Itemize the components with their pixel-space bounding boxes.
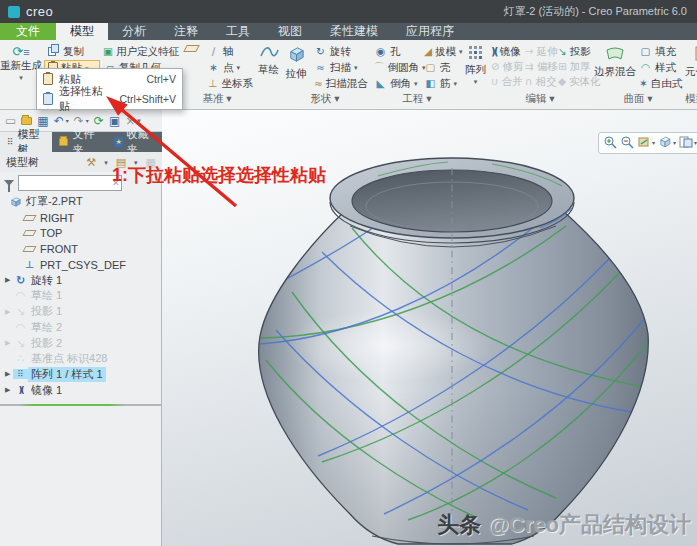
mirror-button[interactable]: )(镜像	[488, 44, 522, 59]
zoom-out-icon[interactable]	[620, 135, 634, 151]
project-button[interactable]: ↘投影	[555, 44, 592, 59]
toolbar-more-icon[interactable]: ▾	[137, 117, 141, 124]
regenerate-quick-icon[interactable]: ⟳	[94, 115, 104, 127]
refit-icon[interactable]	[637, 135, 651, 151]
tab-applications[interactable]: 应用程序	[392, 23, 468, 40]
revolve-icon: ↻	[13, 274, 28, 287]
redo-icon[interactable]: ↷	[74, 115, 84, 127]
undo-icon[interactable]: ↶	[54, 115, 64, 127]
thicken-button[interactable]: ⊞加厚	[555, 59, 592, 74]
datum-csys-button[interactable]: ⊥ 坐标系	[204, 76, 256, 91]
watermark-source: 头条	[437, 512, 481, 537]
tree-item-datum-point[interactable]: ∴ 基准点 标识428	[0, 351, 162, 367]
tab-annotate[interactable]: 注释	[160, 23, 212, 40]
save-icon[interactable]: ▦	[37, 115, 48, 127]
expand-arrow-icon[interactable]: ▶	[0, 370, 13, 378]
swept-blend-button[interactable]: ≈ 扫描混合	[311, 76, 369, 91]
boundary-blend-button[interactable]: 边界混合	[594, 44, 636, 79]
copy-button[interactable]: 复制	[44, 44, 100, 59]
tree-item-project[interactable]: ▶ ↘ 投影 1	[0, 304, 162, 320]
intersect-icon: ∩	[525, 76, 533, 87]
mirror-icon: )(	[13, 385, 28, 395]
surfaces-group-label[interactable]: 曲面 ▾	[594, 92, 682, 109]
extend-button[interactable]: →延伸	[522, 44, 555, 59]
merge-icon: ∪	[491, 76, 499, 87]
expand-arrow-icon[interactable]: ▶	[0, 386, 13, 394]
regenerate-icon: ⟳	[12, 44, 23, 59]
shapes-group-label[interactable]: 形状 ▾	[281, 92, 369, 109]
rib-button[interactable]: ◧ 筋 ▾	[421, 76, 463, 91]
project-icon: ↘	[13, 305, 28, 318]
tab-flexible-modeling[interactable]: 柔性建模	[316, 23, 392, 40]
datum-group-label[interactable]: 基准 ▾	[178, 92, 256, 109]
intersect-button[interactable]: ∩相交	[522, 74, 555, 89]
extrude-button[interactable]: 拉伸	[281, 44, 311, 81]
saved-views-icon[interactable]	[679, 135, 693, 151]
hole-button[interactable]: ◉ 孔	[371, 44, 421, 59]
tab-favorites[interactable]: ★ 收藏夹	[107, 132, 162, 152]
datum-point-icon: ∴	[13, 352, 28, 365]
tree-item-sketch[interactable]: ◠ 草绘 1	[0, 288, 162, 304]
csys-icon: ⊥	[207, 78, 219, 89]
sketch-button[interactable]: 草绘	[258, 44, 279, 77]
editing-group-label[interactable]: 编辑 ▾	[488, 92, 592, 109]
trim-button[interactable]: ⊘修剪	[488, 59, 522, 74]
datum-axis-button[interactable]: ∕ 轴	[204, 44, 256, 59]
tab-folder-browser[interactable]: 文件夹	[52, 132, 108, 152]
zoom-in-icon[interactable]	[603, 135, 617, 151]
revolve-button[interactable]: ↻ 旋转	[311, 44, 369, 59]
shell-button[interactable]: ▢ 壳	[421, 60, 463, 75]
tree-item-mirror[interactable]: ▶ )( 镜像 1	[0, 382, 162, 398]
tree-item-revolve[interactable]: ▶ ↻ 旋转 1	[0, 272, 162, 288]
tab-tools[interactable]: 工具	[212, 23, 264, 40]
tree-tools-icon[interactable]: ⚒	[86, 157, 96, 168]
style-button[interactable]: ◠ 样式	[636, 60, 682, 75]
expand-arrow-icon[interactable]: ▶	[0, 276, 13, 284]
shell-icon: ▢	[424, 62, 437, 73]
tree-item-plane[interactable]: RIGHT	[0, 210, 162, 226]
display-style-icon[interactable]	[658, 135, 672, 151]
round-button[interactable]: ⌒ 倒圆角 ▾	[371, 60, 421, 75]
tree-item-sketch[interactable]: ◠ 草绘 2	[0, 320, 162, 336]
udf-button[interactable]: ▣ 用户定义特征	[100, 44, 176, 59]
engineering-group-label[interactable]: 工程 ▾	[371, 92, 463, 109]
expand-arrow-icon[interactable]: ▶	[0, 308, 13, 316]
expand-arrow-icon[interactable]: ▶	[0, 339, 13, 347]
paste-dropdown-menu: 粘贴 Ctrl+V 选择性粘贴 Ctrl+Shift+V	[36, 68, 183, 110]
datum-plane-icon	[183, 45, 200, 52]
tab-file[interactable]: 文件	[0, 23, 56, 40]
graphics-toolbar: ▾ ▾ ▾	[598, 132, 697, 154]
solidify-button[interactable]: ◆实体化	[555, 74, 592, 89]
tab-model[interactable]: 模型	[56, 23, 108, 40]
tree-item-part[interactable]: 灯罩-2.PRT	[0, 194, 162, 210]
tree-item-project[interactable]: ▶ ↘ 投影 2	[0, 335, 162, 351]
fill-button[interactable]: ▢ 填充	[636, 44, 682, 59]
tree-item-csys[interactable]: ⊥ PRT_CSYS_DEF	[0, 257, 162, 273]
datum-point-button[interactable]: ∗ 点 ▾	[204, 60, 256, 75]
datum-plane-button[interactable]	[178, 44, 204, 52]
component-interface-button[interactable]: 元件界面	[684, 44, 697, 79]
tree-item-plane[interactable]: TOP	[0, 225, 162, 241]
merge-button[interactable]: ∪合并	[488, 74, 522, 89]
sweep-button[interactable]: ≈ 扫描 ▾	[311, 60, 369, 75]
udf-icon: ▣	[103, 46, 113, 57]
model-intent-group-label[interactable]: 模型意图	[684, 92, 697, 109]
open-file-icon[interactable]	[21, 117, 32, 125]
pattern-button[interactable]: 阵列 ▾	[465, 44, 486, 85]
tab-model-tree[interactable]: ⠿ 模型树	[0, 132, 52, 152]
window-icon[interactable]: ▣	[109, 115, 120, 127]
window-title: 灯罩-2 (活动的) - Creo Parametric 6.0	[504, 4, 687, 19]
model-tree-filter-input[interactable]	[18, 175, 122, 191]
new-file-icon[interactable]: ▭	[5, 115, 16, 127]
tab-analysis[interactable]: 分析	[108, 23, 160, 40]
tree-item-pattern[interactable]: ▶ ⠿ 阵列 1 / 样式 1	[0, 367, 162, 383]
tree-item-plane[interactable]: FRONT	[0, 241, 162, 257]
sketch-icon: ◠	[13, 321, 28, 334]
draft-button[interactable]: ◢ 拔模 ▾	[421, 44, 463, 59]
menu-item-paste-special[interactable]: 选择性粘贴 Ctrl+Shift+V	[37, 89, 182, 109]
offset-button[interactable]: ⇉偏移	[522, 59, 555, 74]
tab-view[interactable]: 视图	[264, 23, 316, 40]
freestyle-button[interactable]: ✶ 自由式	[636, 76, 682, 91]
close-icon[interactable]: ×	[125, 115, 135, 127]
chamfer-button[interactable]: ◣ 倒角 ▾	[371, 76, 421, 91]
